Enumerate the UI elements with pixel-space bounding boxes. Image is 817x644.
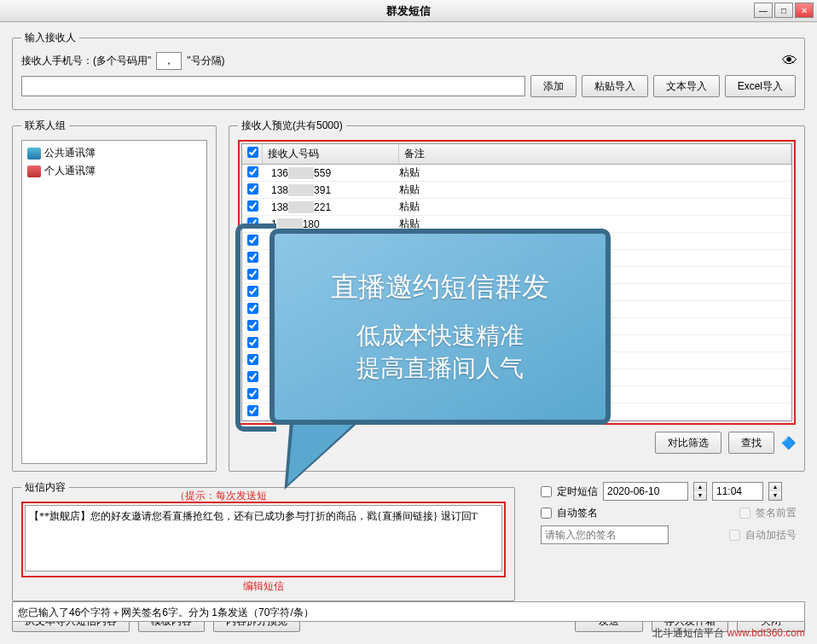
date-input[interactable]: [603, 482, 688, 501]
titlebar: 群发短信 — □ ✕: [0, 0, 817, 22]
row-checkbox[interactable]: [247, 269, 258, 280]
preview-legend: 接收人预览(共有5000): [238, 119, 346, 133]
row-number: 138xxx391: [263, 184, 399, 196]
autobracket-checkbox: [729, 530, 740, 541]
row-checkbox[interactable]: [247, 388, 258, 399]
row-checkbox[interactable]: [247, 252, 258, 263]
minimize-button[interactable]: —: [754, 3, 773, 18]
close-window-button[interactable]: ✕: [795, 3, 814, 18]
table-row[interactable]: [242, 318, 791, 335]
autosign-checkbox[interactable]: [541, 508, 552, 519]
table-row[interactable]: 138xxx391 粘贴: [242, 182, 791, 199]
compare-filter-button[interactable]: 对比筛选: [655, 432, 721, 454]
row-checkbox[interactable]: [247, 166, 258, 177]
paste-import-button[interactable]: 粘贴导入: [582, 75, 648, 97]
phone-label-suffix: "号分隔): [187, 54, 224, 68]
recipient-table: 接收人号码 备注 136xxx559 粘贴 138xxx391 粘贴 138xx…: [241, 143, 792, 421]
row-checkbox[interactable]: [247, 218, 258, 229]
find-button[interactable]: 查找: [728, 432, 774, 454]
status-bar: 您已输入了46个字符＋网关签名6字。分为 1条发送（70字符/条）: [12, 601, 805, 622]
row-note: 粘贴: [399, 183, 791, 197]
scheduled-checkbox[interactable]: [541, 486, 552, 497]
table-row[interactable]: [242, 301, 791, 318]
table-row[interactable]: [242, 233, 791, 250]
table-row[interactable]: [242, 352, 791, 369]
text-import-button[interactable]: 文本导入: [653, 75, 720, 97]
row-checkbox[interactable]: [247, 183, 258, 194]
table-row[interactable]: 138xxx221 粘贴: [242, 199, 791, 216]
contact-groups-legend: 联系人组: [21, 119, 69, 133]
contact-tree: 公共通讯簿 个人通讯簿: [21, 140, 207, 464]
footer-link[interactable]: www.bdt360.com: [727, 627, 805, 639]
table-row[interactable]: 136xxx559 粘贴: [242, 165, 791, 182]
row-number: 138xxx221: [263, 201, 399, 213]
autobracket-label: 自动加括号: [745, 528, 797, 542]
addressbook-icon: [27, 165, 41, 177]
phone-label-prefix: 接收人手机号：(多个号码用": [21, 54, 151, 68]
table-row[interactable]: [242, 267, 791, 284]
col-note: 备注: [399, 144, 791, 164]
table-row[interactable]: 1xxx180 粘贴: [242, 216, 791, 233]
row-checkbox[interactable]: [247, 354, 258, 365]
addressbook-icon: [27, 148, 41, 160]
select-all-checkbox[interactable]: [247, 147, 258, 158]
row-checkbox[interactable]: [247, 286, 258, 297]
tree-item-public[interactable]: 公共通讯簿: [26, 144, 203, 162]
maximize-button[interactable]: □: [774, 3, 793, 18]
time-input[interactable]: [712, 482, 763, 501]
row-checkbox[interactable]: [247, 405, 258, 416]
table-row[interactable]: [242, 421, 791, 421]
row-note: 粘贴: [399, 200, 791, 214]
row-checkbox[interactable]: [247, 337, 258, 348]
dropdown-icon[interactable]: 🔷: [781, 436, 796, 450]
excel-import-button[interactable]: Excel导入: [725, 75, 796, 97]
recipient-input-legend: 输入接收人: [21, 31, 79, 45]
table-row[interactable]: [242, 386, 791, 403]
signfront-checkbox: [739, 508, 750, 519]
scheduled-label: 定时短信: [557, 484, 598, 499]
col-number: 接收人号码: [263, 144, 399, 164]
add-button[interactable]: 添加: [530, 75, 577, 97]
tree-item-personal[interactable]: 个人通讯簿: [26, 162, 203, 180]
autosign-label: 自动签名: [557, 506, 598, 520]
message-hint: （提示：每次发送短: [175, 489, 267, 503]
recipient-input-group: 输入接收人 👁 接收人手机号：(多个号码用" ， "号分隔) 添加 粘贴导入 文…: [12, 31, 805, 110]
row-checkbox[interactable]: [247, 303, 258, 314]
separator-box: ，: [156, 52, 182, 70]
edit-sms-label: 编辑短信: [21, 579, 506, 594]
recipient-preview: 接收人预览(共有5000) 接收人号码 备注 136xxx559 粘贴 138x…: [229, 119, 805, 472]
message-content-group: 短信内容 （提示：每次发送短 编辑短信: [12, 480, 515, 601]
table-row[interactable]: [242, 335, 791, 352]
table-row[interactable]: [242, 284, 791, 301]
signfront-label: 签名前置: [756, 506, 797, 520]
signature-input[interactable]: [541, 525, 669, 544]
time-spinner[interactable]: ▲▼: [768, 482, 782, 501]
row-checkbox[interactable]: [247, 200, 258, 212]
row-note: 粘贴: [399, 165, 791, 180]
date-spinner[interactable]: ▲▼: [693, 482, 707, 501]
tree-label: 个人通讯簿: [44, 164, 96, 178]
row-number: 136xxx559: [263, 167, 399, 179]
phone-input[interactable]: [21, 76, 525, 96]
contact-groups: 联系人组 公共通讯簿 个人通讯簿: [12, 119, 217, 472]
message-textarea[interactable]: [25, 505, 502, 571]
table-row[interactable]: [242, 369, 791, 386]
message-legend: 短信内容: [21, 480, 69, 495]
row-checkbox[interactable]: [247, 235, 258, 246]
send-options: 定时短信 ▲▼ ▲▼ 自动签名 签名前置 自动加括号: [541, 482, 797, 549]
window-title: 群发短信: [0, 3, 817, 19]
row-checkbox[interactable]: [247, 371, 258, 382]
row-checkbox[interactable]: [247, 320, 258, 331]
tree-label: 公共通讯簿: [44, 146, 96, 160]
eye-icon[interactable]: 👁: [782, 52, 797, 70]
table-row[interactable]: [242, 250, 791, 267]
footer: 北斗通短信平台 www.bdt360.com: [652, 626, 805, 641]
row-number: 1xxx180: [263, 218, 399, 230]
table-row[interactable]: [242, 403, 791, 421]
row-note: 粘贴: [399, 217, 791, 231]
